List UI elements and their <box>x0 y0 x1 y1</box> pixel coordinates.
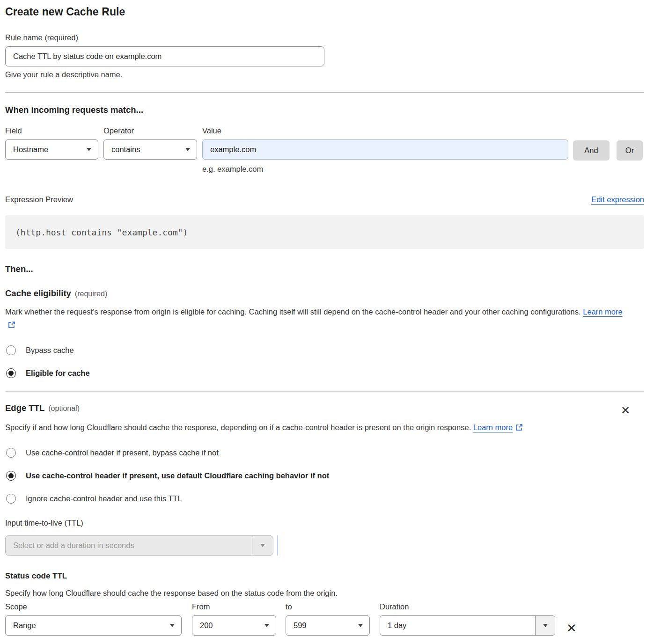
operator-select[interactable]: contains <box>103 139 197 160</box>
radio-bypass-cache[interactable]: Bypass cache <box>5 345 644 355</box>
scope-select[interactable]: Range <box>5 615 182 636</box>
to-select[interactable]: 599 <box>286 615 370 636</box>
rule-name-label: Rule name (required) <box>5 33 644 42</box>
value-label: Value <box>202 126 568 135</box>
chevron-down-icon <box>185 148 190 151</box>
status-code-ttl-description: Specify how long Cloudflare should cache… <box>5 586 632 600</box>
ttl-duration-placeholder: Select or add a duration in seconds <box>6 536 252 555</box>
match-heading: When incoming requests match... <box>5 105 644 115</box>
radio-label: Use cache-control header if present, byp… <box>26 448 219 457</box>
radio-use-header-default[interactable]: Use cache-control header if present, use… <box>5 471 644 481</box>
duration-select[interactable]: 1 day <box>380 615 555 636</box>
field-label: Field <box>5 126 98 135</box>
radio-icon <box>6 494 16 504</box>
edge-ttl-heading: Edge TTL <box>5 403 44 413</box>
rule-name-input[interactable] <box>5 46 324 66</box>
optional-tag: (optional) <box>48 404 80 412</box>
edge-ttl-description: Specify if and how long Cloudflare shoul… <box>5 421 632 435</box>
radio-use-header-bypass[interactable]: Use cache-control header if present, byp… <box>5 448 644 458</box>
expression-code: (http.host contains "example.com") <box>15 227 188 237</box>
cache-eligibility-description: Mark whether the request’s response from… <box>5 305 632 332</box>
edit-expression-link[interactable]: Edit expression <box>591 195 644 204</box>
or-button[interactable]: Or <box>617 140 643 161</box>
ttl-duration-select[interactable]: Select or add a duration in seconds <box>5 535 273 556</box>
chevron-down-icon <box>252 536 273 555</box>
cache-eligibility-description-text: Mark whether the request’s response from… <box>5 307 581 316</box>
radio-icon <box>6 345 16 355</box>
from-select-value: 200 <box>200 621 213 630</box>
cache-eligibility-heading: Cache eligibility <box>5 288 71 298</box>
section-divider <box>5 391 644 392</box>
status-code-ttl-heading: Status code TTL <box>5 571 644 581</box>
expression-code-block: (http.host contains "example.com") <box>5 215 644 249</box>
external-link-icon <box>515 422 523 435</box>
field-select-value: Hostname <box>13 145 48 154</box>
radio-label: Eligible for cache <box>26 369 90 378</box>
to-select-value: 599 <box>294 621 307 630</box>
chevron-down-icon <box>87 148 91 151</box>
chevron-down-icon <box>170 624 175 627</box>
operator-label: Operator <box>103 126 197 135</box>
then-heading: Then... <box>5 264 644 274</box>
learn-more-link[interactable]: Learn more <box>473 423 513 432</box>
create-cache-rule-form: Create new Cache Rule Rule name (require… <box>5 0 644 636</box>
external-link-icon <box>8 319 15 332</box>
value-helper: e.g. example.com <box>202 165 568 174</box>
from-label: From <box>192 602 276 611</box>
scope-label: Scope <box>5 602 182 611</box>
radio-eligible-for-cache[interactable]: Eligible for cache <box>5 368 644 378</box>
ttl-input-label: Input time-to-live (TTL) <box>5 519 644 527</box>
scope-select-value: Range <box>13 621 36 630</box>
radio-icon <box>6 448 16 458</box>
chevron-down-icon <box>264 624 269 627</box>
remove-row-icon[interactable]: ✕ <box>566 622 577 634</box>
operator-select-value: contains <box>111 145 140 154</box>
page-title: Create new Cache Rule <box>5 6 644 18</box>
close-icon[interactable]: ✕ <box>621 405 630 416</box>
radio-icon <box>6 368 16 378</box>
section-divider <box>5 92 644 93</box>
from-select[interactable]: 200 <box>192 615 276 636</box>
radio-label: Ignore cache-control header and use this… <box>26 494 182 503</box>
edge-ttl-description-text: Specify if and how long Cloudflare shoul… <box>5 423 471 432</box>
radio-label: Bypass cache <box>26 346 74 355</box>
radio-label: Use cache-control header if present, use… <box>26 471 329 480</box>
duration-select-value: 1 day <box>380 616 535 635</box>
field-select[interactable]: Hostname <box>5 139 98 160</box>
to-label: to <box>286 602 370 611</box>
text-cursor <box>277 535 278 556</box>
duration-label: Duration <box>380 602 555 611</box>
learn-more-link[interactable]: Learn more <box>583 307 622 316</box>
and-button[interactable]: And <box>573 140 610 161</box>
required-tag: (required) <box>75 290 107 298</box>
radio-ignore-header[interactable]: Ignore cache-control header and use this… <box>5 494 644 504</box>
chevron-down-icon <box>358 624 363 627</box>
expression-preview-label: Expression Preview <box>5 195 73 204</box>
radio-icon <box>6 471 16 481</box>
rule-name-helper: Give your rule a descriptive name. <box>5 70 644 79</box>
match-value-input[interactable] <box>202 139 568 160</box>
chevron-down-icon <box>535 616 555 635</box>
